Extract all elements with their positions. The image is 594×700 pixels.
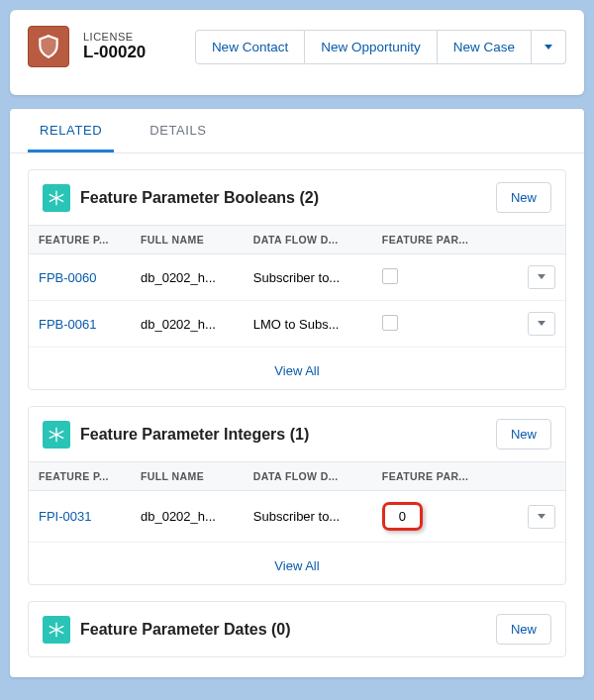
tab-bar: RELATED DETAILS [10,109,584,153]
checkbox-unchecked-icon [382,268,398,284]
col-header-fullname[interactable]: FULL NAME [131,462,244,491]
related-list-integers: Feature Parameter Integers (1) New FEATU… [28,406,566,585]
header-actions: New Contact New Opportunity New Case [195,30,566,64]
cell-fullname: db_0202_h... [131,301,244,348]
col-header-fullname[interactable]: FULL NAME [131,226,244,254]
record-type-label: LICENSE [83,31,146,43]
row-actions-button[interactable] [528,312,555,336]
table-row: FPI-0031 db_0202_h... Subscriber to... 0 [29,491,565,543]
record-meta: LICENSE L-00020 [83,31,146,62]
related-list-dates: Feature Parameter Dates (0) New [28,601,566,657]
feature-parameter-icon [43,184,70,212]
param-link[interactable]: FPB-0061 [39,317,97,332]
license-record-icon [28,26,69,67]
caret-down-icon [544,44,553,51]
booleans-table: FEATURE P... FULL NAME DATA FLOW D... FE… [29,225,565,348]
view-all-link[interactable]: View All [274,558,319,573]
tab-details[interactable]: DETAILS [138,109,218,152]
checkbox-unchecked-icon [382,315,398,331]
cell-dataflow: LMO to Subs... [244,301,372,348]
col-header-dataflow[interactable]: DATA FLOW D... [244,226,372,254]
param-link[interactable]: FPB-0060 [39,270,97,285]
new-boolean-button[interactable]: New [496,182,551,213]
record-name: L-00020 [83,43,146,62]
param-link[interactable]: FPI-0031 [39,509,91,524]
cell-fullname: db_0202_h... [131,491,244,543]
cell-dataflow: Subscriber to... [244,491,372,543]
related-list-title: Feature Parameter Integers (1) [80,426,309,444]
row-actions-button[interactable] [528,265,555,289]
feature-parameter-icon [43,421,70,449]
related-list-booleans: Feature Parameter Booleans (2) New FEATU… [28,169,566,390]
table-row: FPB-0061 db_0202_h... LMO to Subs... [29,301,565,348]
record-header: LICENSE L-00020 New Contact New Opportun… [10,10,584,95]
detail-panel: RELATED DETAILS Feature Parameter Boolea… [10,109,584,677]
new-opportunity-button[interactable]: New Opportunity [305,30,438,64]
col-header-value[interactable]: FEATURE PAR... [372,462,507,491]
col-header-param[interactable]: FEATURE P... [29,226,131,254]
related-list-title: Feature Parameter Booleans (2) [80,189,319,207]
related-list-title: Feature Parameter Dates (0) [80,621,291,639]
col-header-param[interactable]: FEATURE P... [29,462,131,491]
view-all-link[interactable]: View All [274,363,319,378]
more-actions-button[interactable] [532,30,566,64]
highlighted-value: 0 [382,502,423,531]
new-case-button[interactable]: New Case [438,30,532,64]
col-header-value[interactable]: FEATURE PAR... [372,226,507,254]
tab-related[interactable]: RELATED [28,109,114,152]
col-header-dataflow[interactable]: DATA FLOW D... [244,462,372,491]
feature-parameter-icon [43,616,70,644]
cell-fullname: db_0202_h... [131,254,244,301]
table-row: FPB-0060 db_0202_h... Subscriber to... [29,254,565,301]
row-actions-button[interactable] [528,505,555,529]
new-contact-button[interactable]: New Contact [195,30,305,64]
new-date-button[interactable]: New [496,614,551,645]
new-integer-button[interactable]: New [496,419,551,450]
cell-dataflow: Subscriber to... [244,254,372,301]
integers-table: FEATURE P... FULL NAME DATA FLOW D... FE… [29,461,565,543]
